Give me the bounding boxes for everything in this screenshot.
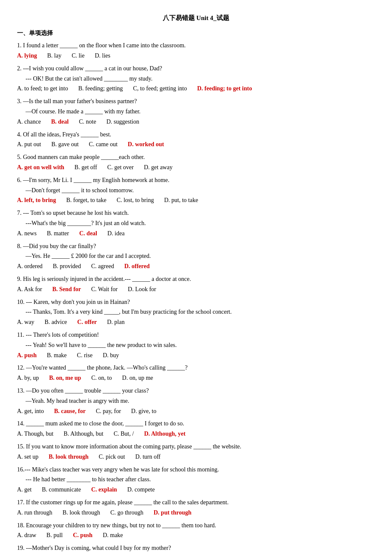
option-18-2: C. push: [73, 530, 92, 541]
option-2-1: B. feeding; getting: [78, 84, 123, 94]
option-18-1: B. pull: [46, 530, 63, 541]
option-11-2: C. rise: [77, 350, 93, 361]
question-3: 3. —Is the tall man your father's busine…: [17, 96, 375, 127]
option-13-0: A. get, into: [17, 406, 44, 416]
question-19: 19. ---Mother's Day is coming, what coul…: [17, 543, 375, 555]
options-2: A. to feed; to get intoB. feeding; getti…: [17, 84, 375, 94]
options-4: A. put outB. gave outC. came outD. worke…: [17, 139, 375, 150]
option-11-0: A. push: [17, 350, 37, 361]
option-4-1: B. gave out: [51, 139, 78, 150]
question-text-10: 10. --- Karen, why don't you join us in …: [17, 297, 375, 307]
questions-container: 1. I found a letter ______ on the floor …: [17, 40, 375, 555]
question-text-11: 11. --- There's lots of competition!: [17, 330, 375, 340]
option-12-0: A. by, up: [17, 373, 39, 383]
options-5: A. get on well withB. get offC. get over…: [17, 162, 375, 173]
option-16-0: A. get: [17, 485, 32, 495]
question-18: 18. Encourage your children to try new t…: [17, 520, 375, 541]
options-11: A. pushB. makeC. riseD. buy: [17, 350, 375, 361]
question-9: 9. His leg is seriously injured in the a…: [17, 274, 375, 295]
option-10-1: B. advice: [44, 317, 67, 327]
question-1: 1. I found a letter ______ on the floor …: [17, 40, 375, 61]
option-7-1: B. matter: [47, 228, 69, 239]
option-9-2: C. Wait for: [91, 284, 118, 295]
option-5-1: B. get off: [75, 162, 97, 173]
option-9-0: A. Ask for: [17, 284, 42, 295]
question-text-12: 12. —You're wanted ______ the phone, Jac…: [17, 363, 375, 373]
page-title: 八下易错题 Unit 4_试题: [17, 13, 375, 24]
question-text-3: 3. —Is the tall man your father's busine…: [17, 96, 375, 107]
question-17: 17. If the customer rings up for me agai…: [17, 497, 375, 518]
options-8: A. orderedB. providedC. agreedD. offered: [17, 261, 375, 272]
options-14: A. Though, butB. Although, butC. But, /D…: [17, 429, 375, 439]
option-3-3: D. suggestion: [107, 117, 139, 127]
option-5-2: C. get over: [107, 162, 134, 173]
question-text-8: 8. —Did you buy the car finally?: [17, 241, 375, 251]
option-11-3: D. buy: [103, 350, 119, 361]
question-sub-13: —Yeah. My head teacher is angry with me.: [17, 396, 375, 406]
option-12-3: D. on, up me: [122, 373, 153, 383]
question-8: 8. —Did you buy the car finally?—Yes. He…: [17, 241, 375, 272]
option-16-2: C. explain: [91, 485, 117, 495]
option-1-2: C. lie: [72, 51, 84, 61]
option-2-2: C, to feed; getting into: [133, 84, 187, 94]
option-4-3: D. worked out: [128, 139, 164, 150]
option-15-2: C. pick out: [99, 452, 125, 462]
option-8-1: B. provided: [53, 261, 81, 272]
question-sub-2: --- OK! But the cat isn't allowed ______…: [17, 74, 375, 84]
option-3-0: A. chance: [17, 117, 41, 127]
option-8-0: A. ordered: [17, 261, 43, 272]
question-sub-7: ---What's the big ________? It's just an…: [17, 218, 375, 228]
option-6-1: B. forget, to take: [66, 195, 106, 205]
question-sub-16: --- He had better ________ to his teache…: [17, 474, 375, 485]
option-14-2: C. But, /: [114, 429, 134, 439]
option-18-3: D. make: [103, 530, 123, 541]
question-text-4: 4. Of all the ideas, Freya's ______ best…: [17, 130, 375, 140]
option-13-3: D. give, to: [131, 406, 156, 416]
option-9-1: B. Send for: [52, 284, 81, 295]
options-13: A. get, intoB. cause, forC. pay, forD. g…: [17, 406, 375, 416]
question-2: 2. ---I wish you could allow ______ a ca…: [17, 64, 375, 94]
option-2-0: A. to feed; to get into: [17, 84, 68, 94]
options-12: A. by, upB. on, me upC. on, toD. on, up …: [17, 373, 375, 383]
option-1-1: B. lay: [47, 51, 61, 61]
option-4-2: C. came out: [89, 139, 118, 150]
question-text-16: 16.--- Mike's class teacher was very ang…: [17, 465, 375, 475]
options-1: A. lyingB. layC. lieD. lies: [17, 51, 375, 61]
question-15: 15. If you want to know more information…: [17, 442, 375, 462]
options-3: A. chanceB. dealC. noteD. suggestion: [17, 117, 375, 127]
question-text-13: 13. —Do you often ______ trouble ______ …: [17, 386, 375, 396]
option-7-3: D. idea: [107, 228, 124, 239]
question-text-17: 17. If the customer rings up for me agai…: [17, 497, 375, 508]
option-8-3: D. offered: [124, 261, 150, 272]
option-1-0: A. lying: [17, 51, 37, 61]
question-5: 5. Good manners can make people ______ea…: [17, 152, 375, 173]
option-17-1: B. look through: [63, 508, 100, 518]
options-17: A. run throughB. look throughC. go throu…: [17, 508, 375, 518]
question-sub-19: --- Gifts like chocolates or flowers are…: [17, 553, 375, 555]
option-14-1: B. Although, but: [63, 429, 103, 439]
options-6: A. left, to bringB. forget, to takeC. lo…: [17, 195, 375, 205]
option-6-3: D. put, to take: [164, 195, 198, 205]
question-text-2: 2. ---I wish you could allow ______ a ca…: [17, 64, 375, 74]
option-14-0: A. Though, but: [17, 429, 53, 439]
question-text-6: 6. —I'm sorry, Mr Li. I ______ my Englis…: [17, 175, 375, 185]
option-5-3: D. get away: [144, 162, 173, 173]
option-1-3: D. lies: [95, 51, 110, 61]
option-7-2: C. deal: [79, 228, 97, 239]
option-2-3: D. feeding; to get into: [197, 84, 252, 94]
option-13-2: C. pay, for: [96, 406, 121, 416]
question-text-15: 15. If you want to know more information…: [17, 442, 375, 452]
option-17-0: A. run through: [17, 508, 52, 518]
question-text-9: 9. His leg is seriously injured in the a…: [17, 274, 375, 284]
option-8-2: C. agreed: [91, 261, 114, 272]
options-15: A. set upB. look throughC. pick outD. tu…: [17, 452, 375, 462]
options-16: A. getB. communicateC. explainD. compete: [17, 485, 375, 495]
question-16: 16.--- Mike's class teacher was very ang…: [17, 465, 375, 495]
question-sub-10: --- Thanks, Tom. It's a very kind _____,…: [17, 307, 375, 317]
option-14-3: D. Although, yet: [144, 429, 185, 439]
option-17-3: D. put through: [154, 508, 192, 518]
question-text-5: 5. Good manners can make people ______ea…: [17, 152, 375, 162]
option-11-1: B. make: [47, 350, 67, 361]
question-13: 13. —Do you often ______ trouble ______ …: [17, 386, 375, 416]
section-title: 一、单项选择: [17, 28, 375, 38]
